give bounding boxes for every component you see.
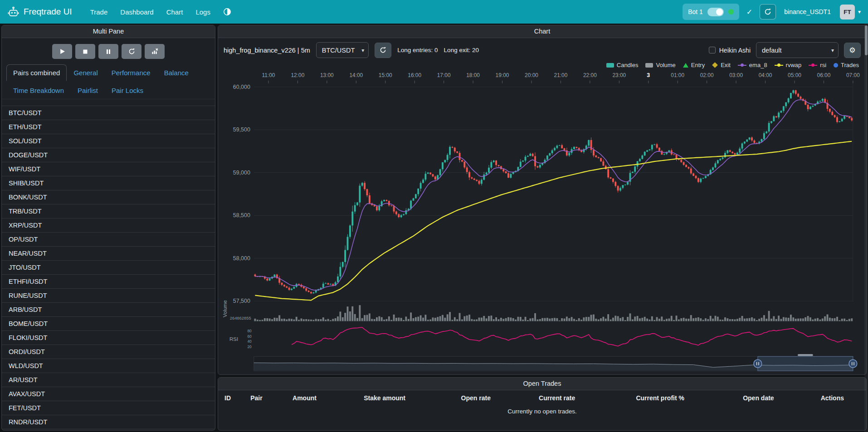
tab-pair-locks[interactable]: Pair Locks	[105, 82, 150, 99]
legend-item-trades[interactable]: Trades	[834, 62, 859, 68]
pair-list-item[interactable]: TRB/USDT	[2, 204, 215, 218]
pair-list-item[interactable]: BOME/USDT	[2, 317, 215, 331]
tab-pairlist[interactable]: Pairlist	[71, 82, 105, 99]
pair-list-item[interactable]: RUNE/USDT	[2, 289, 215, 303]
legend-item-entry[interactable]: Entry	[683, 62, 705, 68]
pair-list-item[interactable]: DOGE/USDT	[2, 148, 215, 162]
pair-list-item[interactable]: ORDI/USDT	[2, 345, 215, 359]
pair-list-item[interactable]: WIF/USDT	[2, 162, 215, 176]
plot-settings-button[interactable]: ⚙	[844, 43, 861, 58]
plot-config-value: default	[762, 47, 782, 54]
svg-text:04:00: 04:00	[759, 72, 772, 78]
svg-text:58,500: 58,500	[233, 212, 250, 218]
chevron-down-icon: ▾	[858, 9, 861, 15]
trades-col-current-profit-[interactable]: Current profit %	[629, 390, 736, 405]
legend-label: Volume	[656, 62, 675, 68]
rsi-swatch-icon	[809, 63, 817, 68]
pair-list-item[interactable]: BTC/USDT	[2, 106, 215, 120]
legend-item-rvwap[interactable]: rvwap	[775, 62, 802, 68]
trades-col-actions[interactable]: Actions	[814, 390, 866, 405]
tab-time-breakdown[interactable]: Time Breakdown	[6, 82, 71, 99]
svg-text:264862855: 264862855	[230, 316, 251, 320]
trades-col-current-rate[interactable]: Current rate	[532, 390, 629, 405]
page-scrollbar-thumb[interactable]	[865, 25, 868, 55]
trades-col-open-rate[interactable]: Open rate	[455, 390, 532, 405]
svg-text:20:00: 20:00	[525, 72, 538, 78]
trades-col-pair[interactable]: Pair	[244, 390, 286, 405]
reload-data-button[interactable]	[760, 4, 776, 19]
tab-balance[interactable]: Balance	[157, 64, 195, 81]
long-entries-label: Long entries: 0	[397, 47, 438, 53]
legend-item-candles[interactable]: Candles	[606, 62, 639, 68]
legend-item-volume[interactable]: Volume	[645, 62, 675, 68]
pair-list-item[interactable]: SOL/USDT	[2, 134, 215, 148]
tab-general[interactable]: General	[67, 64, 104, 81]
no-open-trades-message: Currently no open trades.	[218, 405, 866, 417]
theme-toggle-button[interactable]	[223, 8, 231, 16]
start-bot-button[interactable]	[52, 44, 72, 59]
theme-contrast-icon	[223, 8, 231, 16]
pair-list-item[interactable]: AVAX/USDT	[2, 387, 215, 401]
freqtrade-logo-icon	[7, 6, 20, 18]
brand[interactable]: Freqtrade UI	[7, 6, 72, 18]
bot-selector[interactable]: Bot 1	[683, 4, 739, 20]
tab-pairs-combined[interactable]: Pairs combined	[6, 64, 67, 81]
svg-text:18:00: 18:00	[466, 72, 480, 78]
legend-item-rsi[interactable]: rsi	[809, 62, 826, 68]
pair-select-value: BTC/USDT	[322, 47, 355, 54]
legend-item-exit[interactable]: Exit	[712, 62, 731, 68]
pair-list-item[interactable]: NEAR/USDT	[2, 247, 215, 261]
pair-list-item[interactable]: DOT/USDT	[2, 429, 215, 430]
svg-text:03:00: 03:00	[729, 72, 743, 78]
bot-name-label: Bot 1	[688, 8, 703, 15]
trades-col-open-date[interactable]: Open date	[736, 390, 814, 405]
pair-list-item[interactable]: RNDR/USDT	[2, 415, 215, 429]
chart-panel: Chart high_frog_binance_v226 | 5m BTC/US…	[218, 25, 867, 375]
heikin-ashi-checkbox[interactable]	[709, 47, 716, 53]
nav-link-dashboard[interactable]: Dashboard	[115, 5, 159, 19]
trades-col-stake-amount[interactable]: Stake amount	[357, 390, 454, 405]
chart-panel-title: Chart	[218, 25, 866, 38]
stop-bot-button[interactable]	[75, 44, 95, 59]
pair-list-item[interactable]: OP/USDT	[2, 233, 215, 247]
trades-col-id[interactable]: ID	[218, 390, 244, 405]
pair-list-item[interactable]: JTO/USDT	[2, 261, 215, 275]
pair-list-item[interactable]: XRP/USDT	[2, 218, 215, 233]
pair-list-item[interactable]: WLD/USDT	[2, 359, 215, 373]
heikin-ashi-toggle[interactable]: Heikin Ashi	[709, 47, 751, 54]
user-menu-button[interactable]: FT ▾	[840, 5, 861, 19]
pair-list-item[interactable]: ETH/USDT	[2, 120, 215, 134]
svg-text:3: 3	[647, 72, 650, 78]
trades-col-amount[interactable]: Amount	[286, 390, 357, 405]
plot-config-select[interactable]: default ▾	[756, 42, 839, 58]
pair-list-item[interactable]: ARB/USDT	[2, 303, 215, 317]
pair-select[interactable]: BTC/USDT ▾	[316, 42, 369, 58]
pause-bot-button[interactable]	[98, 44, 118, 59]
clear-chart-button[interactable]	[145, 44, 165, 59]
bot-enabled-toggle[interactable]	[707, 8, 724, 16]
reload-config-button[interactable]	[122, 44, 141, 59]
legend-item-ema-8[interactable]: ema_8	[738, 62, 767, 68]
candlestick-chart[interactable]: 57,50058,00058,50059,00059,50060,00011:0…	[218, 70, 866, 374]
svg-text:RSI: RSI	[229, 336, 238, 342]
nav-link-logs[interactable]: Logs	[190, 5, 216, 19]
candles-swatch-icon	[606, 63, 614, 68]
pair-list-item[interactable]: FLOKI/USDT	[2, 331, 215, 345]
nav-link-trade[interactable]: Trade	[85, 5, 113, 19]
pair-list-item[interactable]: ETHFI/USDT	[2, 275, 215, 289]
chart-toolbar: high_frog_binance_v226 | 5m BTC/USDT ▾ L…	[218, 38, 866, 61]
svg-text:60,000: 60,000	[233, 84, 250, 90]
pause-icon	[106, 49, 111, 54]
page-scrollbar-track[interactable]	[864, 24, 868, 432]
tab-performance[interactable]: Performance	[105, 64, 157, 81]
refresh-chart-button[interactable]	[375, 43, 391, 58]
pair-list-item[interactable]: FET/USDT	[2, 401, 215, 415]
legend-label: Candles	[617, 62, 639, 68]
pair-list-item[interactable]: AR/USDT	[2, 373, 215, 387]
svg-text:19:00: 19:00	[496, 72, 509, 78]
pair-list-item[interactable]: SHIB/USDT	[2, 176, 215, 190]
pair-list: BTC/USDTETH/USDTSOL/USDTDOGE/USDTWIF/USD…	[2, 106, 215, 430]
nav-link-chart[interactable]: Chart	[161, 5, 189, 19]
pair-list-item[interactable]: BONK/USDT	[2, 190, 215, 204]
open-trades-panel: Open Trades IDPairAmountStake amountOpen…	[218, 377, 867, 431]
